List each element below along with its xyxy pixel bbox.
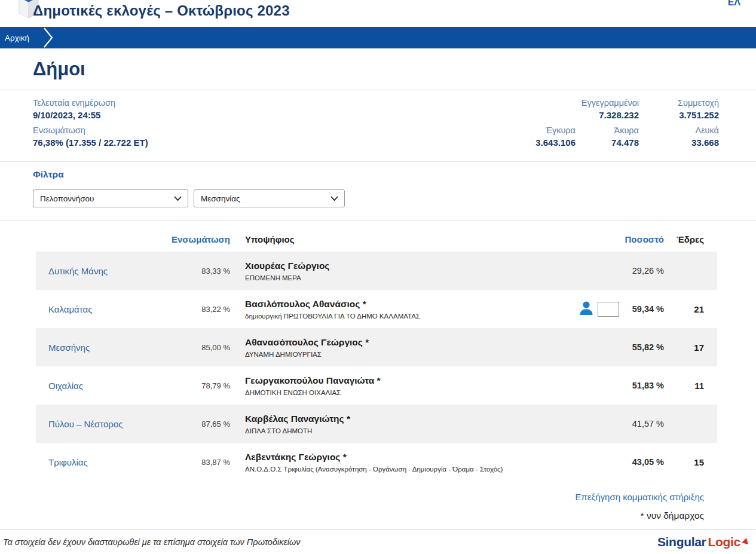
chevron-down-icon (174, 196, 182, 201)
municipality-link[interactable]: Δυτικής Μάνης (48, 266, 108, 276)
table-body: Δυτικής Μάνης 83,33 % Χιουρέας Γεώργιος … (36, 252, 717, 481)
chevron-right-icon (42, 27, 56, 48)
party-name: δημιουργική ΠΡΩΤΟΒΟΥΛΙΑ ΓΙΑ ΤΟ ΔΗΜΟ ΚΑΛΑ… (245, 313, 577, 320)
row-seats-value: 17 (664, 342, 704, 353)
table-row: Πύλου – Νέστορος 87,65 % Καρβέλας Παναγι… (36, 405, 717, 443)
logo-text-logic: Logic (708, 535, 741, 549)
row-percentage-value: 59,34 % (619, 304, 664, 314)
row-percentage-value: 43,05 % (619, 457, 664, 467)
row-integration-value: 83,33 % (167, 267, 230, 276)
candidate-name: Λεβεντάκης Γεώργιος * (245, 452, 577, 463)
table-row: Δυτικής Μάνης 83,33 % Χιουρέας Γεώργιος … (36, 252, 717, 290)
app-title: Δημοτικές εκλογές – Οκτώβριος 2023 (33, 2, 290, 19)
region-select[interactable]: Πελοποννήσου (33, 189, 188, 207)
row-percentage-value: 51,83 % (619, 381, 664, 390)
language-selector[interactable]: ΕΛ (728, 0, 740, 8)
region-select-value: Πελοποννήσου (40, 194, 94, 203)
stats-section: Τελευταία ενημέρωση 9/10/2023, 24:55 Ενσ… (0, 90, 756, 162)
legend-section: Επεξήγηση κομματικής στήριξης * νυν δήμα… (0, 481, 756, 521)
incumbent-note: * νυν δήμαρχος (36, 510, 704, 521)
municipality-link[interactable]: Πύλου – Νέστορος (48, 419, 123, 429)
turnout-value: 3.751.252 (659, 110, 719, 120)
footer-disclaimer: Τα στοιχεία δεν έχουν διασταυρωθεί με τα… (3, 537, 301, 547)
table-row: Τριφυλίας 83,87 % Λεβεντάκης Γεώργιος * … (36, 443, 717, 481)
invalid-value: 74.478 (596, 137, 639, 148)
logo-text-singular: Singular (657, 535, 706, 549)
table-row: Μεσσήνης 85,00 % Αθανασόπουλος Γεώργιος … (36, 328, 717, 366)
row-integration-value: 78,79 % (167, 381, 230, 390)
row-percentage-value: 41,57 % (619, 419, 664, 428)
chevron-down-icon (330, 196, 338, 201)
party-name: ΔΗΜΟΤΙΚΗ ΕΝΩΣΗ ΟΙΧΑΛΙΑΣ (245, 389, 577, 396)
candidate-name: Χιουρέας Γεώργιος (245, 261, 577, 271)
party-support-legend-link[interactable]: Επεξήγηση κομματικής στήριξης (575, 492, 704, 502)
party-color-box (598, 302, 619, 317)
results-table: Ενσωμάτωση Υποψήφιος Ποσοστό Έδρες Δυτικ… (0, 221, 756, 481)
party-name: ΕΠΟΜΕΝΗ ΜΕΡΑ (245, 274, 577, 281)
prefecture-select[interactable]: Μεσσηνίας (194, 189, 345, 207)
candidate-name: Βασιλόπουλος Αθανάσιος * (245, 299, 577, 310)
integration-label: Ενσωμάτωση (33, 126, 148, 135)
top-header: Δημοτικές εκλογές – Οκτώβριος 2023 ΕΛ (0, 0, 756, 27)
filters-section: Φίλτρα Πελοποννήσου Μεσσηνίας (0, 162, 756, 221)
filters-title: Φίλτρα (33, 169, 719, 180)
municipality-link[interactable]: Μεσσήνης (48, 342, 90, 353)
municipality-link[interactable]: Καλαμάτας (48, 304, 92, 314)
prefecture-select-value: Μεσσηνίας (201, 194, 240, 203)
party-name: ΑΝ.Ο.Δ.Ο.Σ Τριφυλίας (Ανασυγκρότηση - Ορ… (245, 466, 577, 473)
candidate-name: Αθανασόπουλος Γεώργιος * (245, 337, 577, 348)
candidate-name: Γεωργακοπούλου Παναγιώτα * (245, 375, 577, 386)
valid-value: 3.643.106 (532, 137, 576, 148)
valid-label: Έγκυρα (532, 126, 576, 135)
title-section: Δήμοι (0, 48, 756, 90)
party-name: ΔΙΠΛΑ ΣΤΟ ΔΗΜΟΤΗ (245, 427, 577, 434)
last-update-label: Τελευταία ενημέρωση (33, 98, 148, 108)
table-row: Οιχαλίας 78,79 % Γεωργακοπούλου Παναγιώτ… (36, 366, 717, 405)
elected-person-icon (579, 300, 594, 319)
page: Δημοτικές εκλογές – Οκτώβριος 2023 ΕΛ Αρ… (0, 0, 756, 554)
turnout-label: Συμμετοχή (659, 98, 719, 108)
page-title: Δήμοι (33, 48, 719, 90)
municipality-link[interactable]: Τριφυλίας (48, 457, 88, 467)
table-row: Καλαμάτας 83,22 % Βασιλόπουλος Αθανάσιος… (36, 290, 717, 328)
municipality-link[interactable]: Οιχαλίας (48, 381, 83, 391)
logo-flag-icon (741, 534, 749, 548)
table-header-row: Ενσωμάτωση Υποψήφιος Ποσοστό Έδρες (36, 234, 717, 252)
footer: Τα στοιχεία δεν έχουν διασταυρωθεί με τα… (0, 529, 756, 554)
row-seats-value: 21 (664, 304, 704, 314)
row-integration-value: 83,22 % (167, 305, 230, 314)
invalid-label: Άκυρα (596, 126, 639, 135)
row-percentage-value: 55,82 % (619, 342, 664, 352)
registered-label: Εγγεγραμμένοι (581, 98, 639, 108)
party-name: ΔΥΝΑΜΗ ΔΗΜΙΟΥΡΓΙΑΣ (245, 351, 577, 358)
header-candidate: Υποψήφιος (230, 234, 577, 244)
row-percentage-value: 29,26 % (619, 266, 664, 276)
row-integration-value: 83,87 % (167, 458, 230, 467)
registered-value: 7.328.232 (581, 110, 639, 120)
header-integration[interactable]: Ενσωμάτωση (36, 234, 230, 244)
row-integration-value: 85,00 % (167, 343, 230, 352)
row-integration-value: 87,65 % (167, 420, 230, 428)
singularlogic-logo: Singular Logic (657, 535, 749, 549)
integration-value: 76,38% (17.355 / 22.722 ΕΤ) (33, 137, 148, 148)
breadcrumb: Αρχική (0, 27, 756, 48)
header-seats: Έδρες (664, 234, 704, 244)
candidate-name: Καρβέλας Παναγιώτης * (245, 414, 577, 424)
breadcrumb-home-link[interactable]: Αρχική (5, 33, 29, 42)
blank-label: Λευκά (659, 126, 719, 135)
header-percentage[interactable]: Ποσοστό (619, 234, 664, 244)
row-seats-value: 15 (664, 457, 704, 467)
last-update-value: 9/10/2023, 24:55 (33, 110, 148, 120)
blank-value: 33.668 (659, 137, 719, 148)
row-seats-value: 11 (664, 381, 704, 391)
